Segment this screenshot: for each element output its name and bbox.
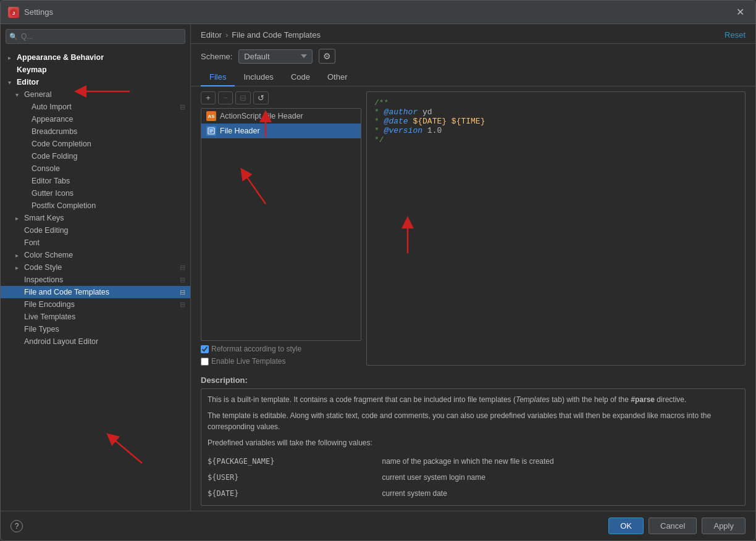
breadcrumb-current: File and Code Templates bbox=[232, 30, 321, 40]
sidebar-item-code-editing[interactable]: Code Editing bbox=[1, 224, 190, 237]
sidebar-item-appearance[interactable]: Appearance bbox=[1, 113, 190, 125]
sidebar-item-label: General bbox=[24, 90, 51, 99]
expand-arrow: ▸ bbox=[15, 264, 24, 271]
sidebar-item-postfix-completion[interactable]: Postfix Completion bbox=[1, 199, 190, 212]
svg-text:J: J bbox=[12, 10, 15, 16]
tab-files[interactable]: Files bbox=[201, 69, 235, 86]
sidebar-item-label: Code Folding bbox=[32, 152, 77, 161]
description-para-2: The template is editable. Along with sta… bbox=[208, 410, 739, 432]
sidebar-item-keymap[interactable]: Keymap bbox=[1, 64, 190, 76]
description-box: This is a built-in template. It contains… bbox=[201, 388, 746, 506]
copy-icon: ⊟ bbox=[180, 288, 185, 296]
sidebar-item-code-style[interactable]: ▸ Code Style ⊟ bbox=[1, 261, 190, 274]
code-line-5: */ bbox=[374, 135, 737, 145]
sidebar-item-file-encodings[interactable]: File Encodings ⊟ bbox=[1, 298, 190, 311]
sidebar-item-label: Android Layout Editor bbox=[24, 337, 98, 346]
sidebar-item-smart-keys[interactable]: ▸ Smart Keys bbox=[1, 212, 190, 224]
sidebar-item-code-folding[interactable]: Code Folding bbox=[1, 150, 190, 162]
sidebar-item-gutter-icons[interactable]: Gutter Icons bbox=[1, 187, 190, 199]
sidebar-item-live-templates[interactable]: Live Templates bbox=[1, 311, 190, 323]
reset-link[interactable]: Reset bbox=[724, 30, 746, 40]
copy-button[interactable]: ⊟ bbox=[235, 91, 251, 104]
sidebar-item-general[interactable]: ▾ General bbox=[1, 88, 190, 101]
breadcrumb-parent: Editor bbox=[201, 30, 222, 40]
ok-button[interactable]: OK bbox=[608, 518, 644, 534]
sidebar-item-color-scheme[interactable]: ▸ Color Scheme bbox=[1, 249, 190, 261]
tab-includes[interactable]: Includes bbox=[235, 69, 282, 86]
code-line-3: * @date ${DATE} ${TIME} bbox=[374, 117, 737, 126]
code-editor-panel: /** * @author yd * @date ${DATE} ${TIME}… bbox=[366, 91, 746, 366]
var-name-date: ${DATE} bbox=[208, 485, 382, 501]
cancel-button[interactable]: Cancel bbox=[649, 518, 697, 534]
sidebar-item-label: Color Scheme bbox=[24, 251, 73, 259]
sidebar-item-console[interactable]: Console bbox=[1, 162, 190, 175]
var-row-user: ${USER} current user system login name bbox=[208, 469, 739, 485]
expand-arrow: ▾ bbox=[8, 79, 17, 86]
template-item-label: ActionScript File Header bbox=[220, 112, 303, 120]
sidebar-item-editor-tabs[interactable]: Editor Tabs bbox=[1, 175, 190, 187]
code-editor[interactable]: /** * @author yd * @date ${DATE} ${TIME}… bbox=[366, 91, 746, 366]
code-line-4: * @version 1.0 bbox=[374, 126, 737, 135]
reformat-label: Reformat according to style bbox=[211, 345, 301, 353]
titlebar: J Settings ✕ bbox=[1, 1, 755, 24]
add-button[interactable]: + bbox=[201, 91, 216, 104]
tab-code[interactable]: Code bbox=[282, 69, 319, 86]
sidebar-item-editor[interactable]: ▾ Editor bbox=[1, 76, 190, 88]
template-list: AS ActionScript File Header bbox=[201, 108, 361, 341]
sidebar-item-inspections[interactable]: Inspections ⊟ bbox=[1, 274, 190, 286]
copy-icon: ⊟ bbox=[180, 301, 185, 309]
tab-other[interactable]: Other bbox=[319, 69, 356, 86]
sidebar-item-label: Gutter Icons bbox=[32, 189, 74, 198]
expand-arrow: ▸ bbox=[8, 54, 17, 61]
template-item-actionscript[interactable]: AS ActionScript File Header bbox=[201, 109, 361, 124]
sidebar-item-label: Breadcrumbs bbox=[32, 127, 77, 136]
close-button[interactable]: ✕ bbox=[733, 5, 748, 19]
live-templates-checkbox[interactable] bbox=[201, 358, 209, 366]
live-templates-checkbox-label: Enable Live Templates bbox=[201, 357, 286, 366]
scheme-select[interactable]: Default Project bbox=[238, 49, 313, 64]
remove-button[interactable]: − bbox=[218, 91, 233, 104]
var-row-date: ${DATE} current system date bbox=[208, 485, 739, 501]
expand-arrow: ▾ bbox=[15, 91, 24, 98]
var-name-user: ${USER} bbox=[208, 469, 382, 485]
sidebar-item-file-types[interactable]: File Types bbox=[1, 323, 190, 335]
reset-button[interactable]: ↺ bbox=[253, 91, 269, 104]
sidebar-item-android-layout-editor[interactable]: Android Layout Editor bbox=[1, 335, 190, 348]
var-row-package: ${PACKAGE_NAME} name of the package in w… bbox=[208, 453, 739, 469]
expand-arrow: ▸ bbox=[15, 252, 24, 259]
sidebar-item-file-code-templates[interactable]: File and Code Templates ⊟ bbox=[1, 286, 190, 298]
scheme-label: Scheme: bbox=[201, 52, 232, 61]
expand-arrow: ▸ bbox=[15, 215, 24, 222]
template-area: + − ⊟ ↺ AS ActionScript File Header bbox=[191, 86, 755, 371]
description-label: Description: bbox=[201, 375, 746, 385]
sidebar-item-label: Editor bbox=[17, 78, 39, 86]
sidebar-item-label: Auto Import bbox=[32, 103, 72, 111]
var-desc-package: name of the package in which the new fil… bbox=[382, 453, 739, 469]
sidebar-item-label: Postfix Completion bbox=[32, 201, 96, 210]
sidebar-item-label: Live Templates bbox=[24, 312, 75, 321]
sidebar-item-label: Appearance & Behavior bbox=[17, 53, 104, 62]
apply-button[interactable]: Apply bbox=[702, 518, 746, 534]
search-input[interactable] bbox=[6, 29, 185, 44]
sidebar-item-appearance-behavior[interactable]: ▸ Appearance & Behavior bbox=[1, 51, 190, 64]
sidebar-item-label: Console bbox=[32, 164, 60, 173]
breadcrumb: Editor › File and Code Templates bbox=[201, 30, 321, 40]
file-header-icon bbox=[206, 126, 216, 136]
app-icon: J bbox=[8, 7, 19, 18]
sidebar-item-breadcrumbs[interactable]: Breadcrumbs bbox=[1, 125, 190, 138]
help-button[interactable]: ? bbox=[10, 520, 23, 532]
live-templates-option: Enable Live Templates bbox=[201, 357, 361, 366]
sidebar-item-label: File Encodings bbox=[24, 300, 75, 309]
sidebar-item-label: Keymap bbox=[17, 65, 47, 74]
gear-button[interactable]: ⚙ bbox=[319, 49, 335, 64]
sidebar-item-label: Smart Keys bbox=[24, 214, 64, 222]
reformat-checkbox[interactable] bbox=[201, 345, 209, 353]
sidebar-item-font[interactable]: Font bbox=[1, 237, 190, 249]
template-item-file-header[interactable]: File Header bbox=[201, 124, 361, 138]
sidebar-item-code-completion[interactable]: Code Completion bbox=[1, 138, 190, 150]
var-desc-date: current system date bbox=[382, 485, 739, 501]
code-line-1: /** bbox=[374, 98, 737, 107]
sidebar-item-auto-import[interactable]: Auto Import ⊟ bbox=[1, 101, 190, 113]
description-section: Description: This is a built-in template… bbox=[191, 371, 755, 511]
sidebar-item-label: File and Code Templates bbox=[24, 288, 109, 296]
